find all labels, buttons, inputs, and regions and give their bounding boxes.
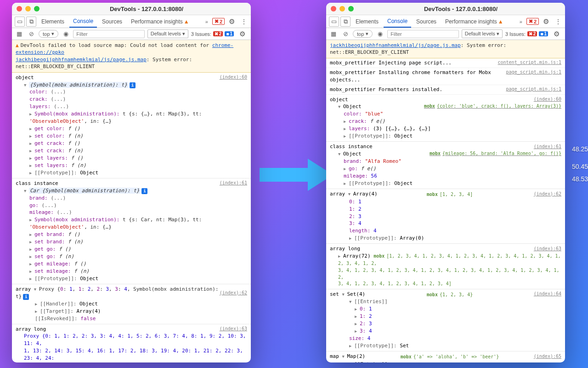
info-icon[interactable]: i: [23, 294, 29, 300]
maximize-icon[interactable]: [348, 6, 354, 12]
eye-icon[interactable]: ◉: [375, 29, 384, 39]
log-label: class instance: [16, 180, 58, 187]
log-text: mobx_prettifier Formatters installed.: [330, 86, 442, 93]
titlebar: DevTools - 127.0.0.1:8080/: [326, 3, 565, 15]
console-output: mobx_prettifier Injecting page script...…: [326, 58, 565, 362]
tab-bar: ▭ ⧉ Elements Console Sources Performance…: [12, 15, 251, 28]
warning-icon: ▲: [16, 42, 19, 48]
titlebar: DevTools - 127.0.0.1:8080/: [12, 3, 251, 15]
source-link[interactable]: (index):61: [534, 144, 561, 150]
close-icon[interactable]: [331, 6, 336, 12]
more-tabs-icon[interactable]: »: [203, 19, 211, 24]
inspect-icon[interactable]: ▭: [329, 17, 339, 27]
eye-icon[interactable]: ◉: [61, 29, 70, 39]
source-link[interactable]: (index):64: [534, 291, 561, 298]
link[interactable]: jackhibeogijphhfnamhemklmial/js/page.js.…: [330, 42, 461, 48]
info-icon[interactable]: i: [141, 188, 147, 194]
source-link[interactable]: (index):63: [220, 326, 247, 333]
source-link[interactable]: (index):62: [534, 191, 561, 198]
log-text: mobx_prettifier Installing chrome format…: [330, 69, 506, 84]
devtools-window-left: DevTools - 127.0.0.1:8080/ ▭ ⧉ Elements …: [12, 3, 251, 362]
settings-icon[interactable]: ⚙: [540, 17, 552, 26]
arrow-icon: [257, 154, 335, 196]
bg-number: 48.25: [572, 145, 588, 153]
more-tabs-icon[interactable]: »: [517, 19, 525, 24]
warning-banner: ▲DevTools failed to load source map: Cou…: [12, 40, 251, 73]
console-output: object(index):60 ▼{Symbol(mobx administr…: [12, 73, 251, 362]
log-label: map: [330, 353, 339, 359]
clear-icon[interactable]: ⊘: [341, 29, 350, 39]
warning-banner: jackhibeogijphhfnamhemklmial/js/page.js.…: [326, 40, 565, 58]
tab-sources[interactable]: Sources: [98, 16, 126, 27]
minimize-icon[interactable]: [339, 6, 345, 12]
settings-icon[interactable]: ⚙: [226, 17, 237, 26]
menu-icon[interactable]: ⋮: [239, 18, 248, 25]
bg-number: 50.45: [572, 163, 588, 170]
source-link[interactable]: content_script.min.js:1: [498, 59, 561, 67]
error-badge[interactable]: ✖2: [212, 18, 225, 25]
source-link[interactable]: page_script.min.js:1: [506, 86, 561, 93]
log-label: array long: [330, 245, 360, 253]
inspect-icon[interactable]: ▭: [15, 17, 25, 27]
console-toolbar: ▦ ⊘ top ▾ ◉ Default levels ▾ 3 Issues: ✖…: [12, 28, 251, 40]
log-label: array: [16, 286, 31, 292]
log-label: set: [330, 291, 339, 297]
log-label: object: [16, 74, 34, 81]
devtools-window-right: DevTools - 127.0.0.1:8080/ ▭ ⧉ Elements …: [326, 3, 565, 362]
close-icon[interactable]: [17, 6, 22, 12]
device-icon[interactable]: ⧉: [26, 17, 36, 27]
clear-icon[interactable]: ⊘: [27, 29, 36, 39]
filter-input[interactable]: [73, 30, 144, 38]
source-link[interactable]: (index):62: [220, 290, 247, 297]
tab-performance[interactable]: Performance insights▲: [127, 16, 193, 27]
context-selector[interactable]: top ▾: [39, 30, 58, 38]
link[interactable]: jackhibeogijphhfnamhemklmial/js/page.js.…: [16, 57, 147, 63]
log-label: array long: [16, 326, 46, 333]
log-label: class instance: [330, 143, 373, 150]
levels-selector[interactable]: Default levels ▾: [462, 29, 503, 38]
error-badge[interactable]: ✖2: [526, 18, 539, 25]
tab-bar: ▭ ⧉ Elements Console Sources Performance…: [326, 15, 565, 28]
console-settings-icon[interactable]: ⚙: [551, 30, 562, 38]
log-text: mobx_prettifier Injecting page script...: [330, 59, 452, 67]
tab-performance[interactable]: Performance insights▲: [441, 16, 507, 27]
log-label: object: [330, 96, 348, 104]
bg-number: 48.53: [572, 175, 588, 183]
console-toolbar: ▦ ⊘ top ▾ ◉ Default levels ▾ 3 Issues: ✖…: [326, 28, 565, 40]
menu-icon[interactable]: ⋮: [553, 18, 562, 25]
levels-selector[interactable]: Default levels ▾: [147, 29, 188, 38]
maximize-icon[interactable]: [34, 6, 40, 12]
window-title: DevTools - 127.0.0.1:8080/: [47, 6, 246, 12]
tab-console[interactable]: Console: [384, 16, 411, 28]
source-link[interactable]: page_script.min.js:1: [506, 69, 561, 84]
source-link[interactable]: (index):61: [220, 180, 247, 187]
source-link[interactable]: (index):65: [534, 353, 561, 360]
sidebar-toggle-icon[interactable]: ▦: [329, 29, 338, 39]
log-label: array: [330, 191, 345, 197]
tab-elements[interactable]: Elements: [38, 16, 68, 27]
context-selector[interactable]: top ▾: [353, 30, 373, 38]
source-link[interactable]: (index):60: [220, 74, 247, 81]
minimize-icon[interactable]: [25, 6, 31, 12]
source-link[interactable]: (index):63: [534, 246, 561, 253]
tab-sources[interactable]: Sources: [413, 16, 440, 27]
filter-input[interactable]: [387, 30, 458, 38]
info-icon[interactable]: i: [130, 82, 136, 88]
issues-indicator[interactable]: 3 Issues: ✖2■1: [505, 31, 548, 37]
sidebar-toggle-icon[interactable]: ▦: [15, 29, 24, 39]
window-title: DevTools - 127.0.0.1:8080/: [361, 6, 560, 12]
source-link[interactable]: (index):60: [534, 96, 561, 103]
issues-indicator[interactable]: 3 Issues: ✖2■1: [191, 31, 234, 37]
tab-elements[interactable]: Elements: [352, 16, 382, 27]
tab-console[interactable]: Console: [69, 16, 97, 28]
device-icon[interactable]: ⧉: [340, 17, 351, 27]
console-settings-icon[interactable]: ⚙: [237, 30, 248, 38]
